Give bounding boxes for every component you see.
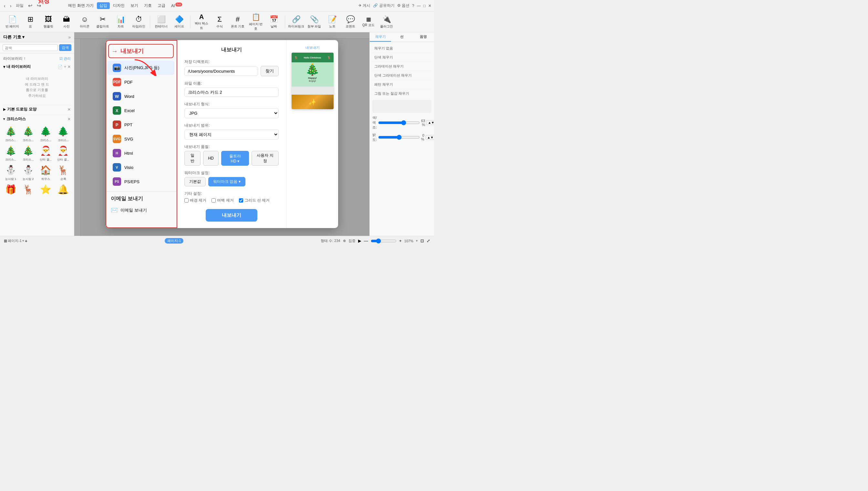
focus-label[interactable]: 집중 — [349, 238, 356, 243]
fill-pattern[interactable]: 패턴 채우기 — [372, 81, 431, 88]
menu-advanced[interactable]: 고급 — [155, 2, 168, 9]
sticker-extra4[interactable]: 🔔 — [55, 182, 71, 196]
tab-fill[interactable]: 채우기 — [370, 32, 391, 42]
btn-hyperlink[interactable]: 🔗 하이퍼링크 — [288, 13, 304, 31]
format-select[interactable]: JPG PNG — [184, 108, 279, 118]
brightness-stepper[interactable]: ▲▼ — [426, 135, 434, 140]
sticker-reindeer[interactable]: 🦌순록 — [55, 163, 71, 181]
play-btn[interactable]: ▶ — [358, 238, 361, 243]
fill-picture[interactable]: 그림 또는 질감 채우기 — [372, 90, 431, 97]
hue-stepper[interactable]: ▲▼ — [426, 120, 434, 125]
remove-grid-checkbox[interactable] — [239, 198, 243, 203]
btn-container[interactable]: ⬜ 컨테이너 — [153, 13, 170, 31]
email-item[interactable]: ✉️ 이메일 보내기 — [111, 205, 171, 216]
range-select[interactable]: 현재 페이지 전체 페이지 — [184, 129, 279, 140]
export-btn[interactable]: 내보내기 — [206, 209, 257, 222]
btn-clipart[interactable]: ✂ 클립아트 — [94, 13, 111, 31]
sticker-tree2[interactable]: 🎄크리스... — [20, 124, 36, 142]
menu-ai[interactable]: AIhot — [169, 2, 185, 9]
fullscreen-btn[interactable]: ⤢ — [426, 238, 430, 243]
btn-plugin[interactable]: 🔌 플러그인 — [378, 13, 395, 31]
btn-attachment[interactable]: 📎 첨부 파일 — [306, 13, 323, 31]
menu-view[interactable]: 보기 — [128, 2, 141, 9]
forward-btn[interactable]: › — [9, 3, 13, 9]
drawing-section-close[interactable]: ✕ — [67, 107, 71, 112]
sticker-extra2[interactable]: 🦌 — [20, 182, 36, 196]
export-item-pseps[interactable]: PS PS/EPS — [108, 174, 174, 189]
current-page-tag[interactable]: 페이지-1 — [165, 238, 184, 243]
btn-formula[interactable]: Σ 수식 — [211, 13, 228, 31]
zoom-dropdown[interactable]: ▾ — [416, 239, 418, 243]
zoom-out-btn[interactable]: — — [364, 238, 368, 243]
menu-design[interactable]: 디자인 — [111, 2, 127, 9]
sticker-house[interactable]: 🏠하우스 — [38, 163, 54, 181]
sticker-tree3[interactable]: 🌲크리스... — [38, 124, 54, 142]
close-lib-btn[interactable]: ✕ — [67, 65, 71, 69]
search-input[interactable] — [3, 44, 58, 51]
export-preview-link[interactable]: 내보내기 — [305, 45, 320, 50]
sticker-santa1[interactable]: 🎅산타 클... — [38, 144, 54, 162]
btn-comment[interactable]: 💬 코멘트 — [342, 13, 359, 31]
fit-page-btn[interactable]: ⊡ — [420, 238, 424, 243]
sticker-tree6[interactable]: 🎄크리스... — [20, 144, 36, 162]
btn-note[interactable]: 📝 노트 — [324, 13, 341, 31]
undo-btn[interactable]: ↩ — [27, 2, 34, 9]
export-item-ppt[interactable]: P PPT — [108, 118, 174, 132]
quality-normal[interactable]: 일반 — [184, 151, 201, 166]
quality-custom[interactable]: 사용자 지정 — [251, 151, 279, 166]
options-btn[interactable]: ⚙ 옵션 — [397, 3, 410, 8]
add-page-btn[interactable]: + — [25, 238, 27, 243]
sticker-snowman2[interactable]: ⛄눈사람 2 — [20, 163, 36, 181]
export-item-visio[interactable]: V Visio — [108, 160, 174, 174]
browse-btn[interactable]: 찾기 — [261, 66, 279, 76]
tab-shadow[interactable]: 음영 — [413, 32, 434, 42]
btn-font-symbol[interactable]: # 폰트 기호 — [229, 13, 246, 31]
save-dir-input[interactable] — [184, 66, 258, 76]
btn-timeline[interactable]: ⏱ 타임라인 — [130, 13, 147, 31]
zoom-slider[interactable] — [371, 238, 396, 243]
btn-template[interactable]: 🖼 템플릿 — [40, 13, 57, 31]
quality-ultra-hd[interactable]: 울트라 HD ▾ — [221, 151, 249, 166]
canvas-area[interactable]: → 내보내기 📷 사진(PNG,JPG 등) PDF PDF W Word — [74, 32, 369, 236]
menu-symbol[interactable]: 기호 — [142, 2, 154, 9]
tab-line[interactable]: 선 — [391, 32, 412, 42]
quality-hd[interactable]: HD — [203, 151, 218, 166]
sticker-tree4[interactable]: 🌲크리스... — [55, 124, 71, 142]
remove-bg-checkbox[interactable] — [184, 198, 188, 203]
page-dropdown[interactable]: ▾ — [22, 239, 24, 243]
search-btn[interactable]: 검색 — [59, 44, 71, 51]
export-item-photo[interactable]: 📷 사진(PNG,JPG 등) — [108, 61, 174, 75]
watermark-none[interactable]: 워터마크 없음 ▾ — [208, 177, 245, 186]
btn-qrcode[interactable]: ▦ QR 코드 — [360, 13, 377, 31]
sticker-snowman1[interactable]: ⛄눈사람 1 — [3, 163, 19, 181]
export-item-excel[interactable]: X Excel — [108, 104, 174, 118]
btn-table[interactable]: ⊞ 표 — [22, 13, 39, 31]
export-item-svg[interactable]: SVG SVG — [108, 132, 174, 146]
menu-main[interactable]: 메인 화면 가기 — [65, 2, 96, 9]
fill-none[interactable]: 채우기 없음 — [372, 45, 431, 52]
remove-margin-checkbox[interactable] — [211, 198, 216, 203]
export-item-word[interactable]: W Word — [108, 89, 174, 104]
fill-solid[interactable]: 단색 채우기 — [372, 54, 431, 61]
page-layout-btn[interactable]: ⊞ — [4, 239, 7, 243]
layers-btn[interactable]: ⊕ — [343, 239, 346, 243]
sticker-tree1[interactable]: 🎄크리스... — [3, 124, 19, 142]
file-menu[interactable]: 파일 — [14, 2, 25, 9]
post-btn[interactable]: ✈ 게시 — [358, 3, 370, 8]
minimize-btn[interactable]: — — [417, 4, 421, 8]
watermark-default[interactable]: 기본값 — [184, 177, 206, 186]
sticker-santa2[interactable]: 🎅산타 클... — [55, 144, 71, 162]
sticker-extra1[interactable]: 🎁 — [3, 182, 19, 196]
btn-page-number[interactable]: 📋 페이지 번호 — [247, 13, 264, 31]
hue-slider[interactable] — [378, 120, 420, 125]
btn-vector-text[interactable]: A 벡터 텍스트 — [193, 13, 210, 31]
btn-icon[interactable]: ☺ 아이콘 — [76, 13, 93, 31]
share-btn[interactable]: 🔗 공유하기 — [373, 3, 394, 8]
zoom-in-btn[interactable]: + — [399, 238, 402, 243]
brightness-slider[interactable] — [378, 135, 420, 140]
maximize-btn[interactable]: □ — [423, 4, 426, 8]
filename-input[interactable] — [184, 88, 279, 97]
btn-photo[interactable]: 🏔 사진 — [58, 13, 75, 31]
sidebar-collapse-btn[interactable]: » — [68, 34, 71, 40]
export-item-html[interactable]: H Html — [108, 146, 174, 160]
